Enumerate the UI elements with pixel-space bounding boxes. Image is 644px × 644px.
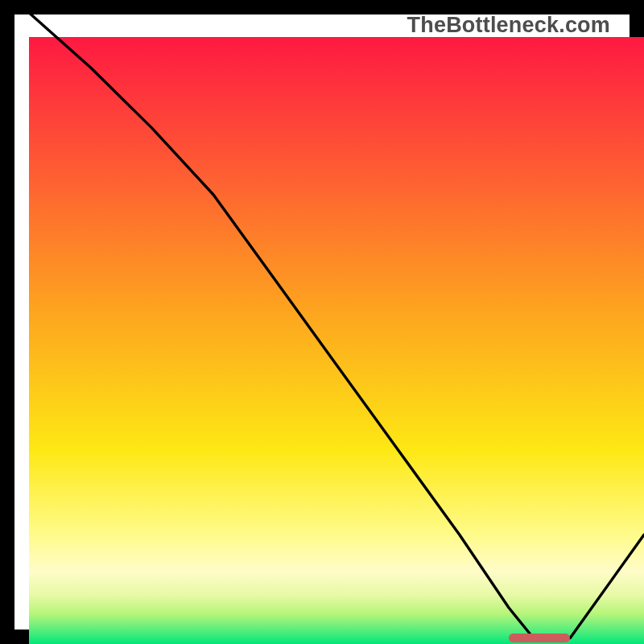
chart-frame: TheBottleneck.com (0, 0, 644, 644)
watermark-text: TheBottleneck.com (407, 13, 610, 38)
optimal-range-marker (509, 634, 570, 642)
bottleneck-curve (29, 37, 644, 644)
plot-area (29, 37, 644, 644)
